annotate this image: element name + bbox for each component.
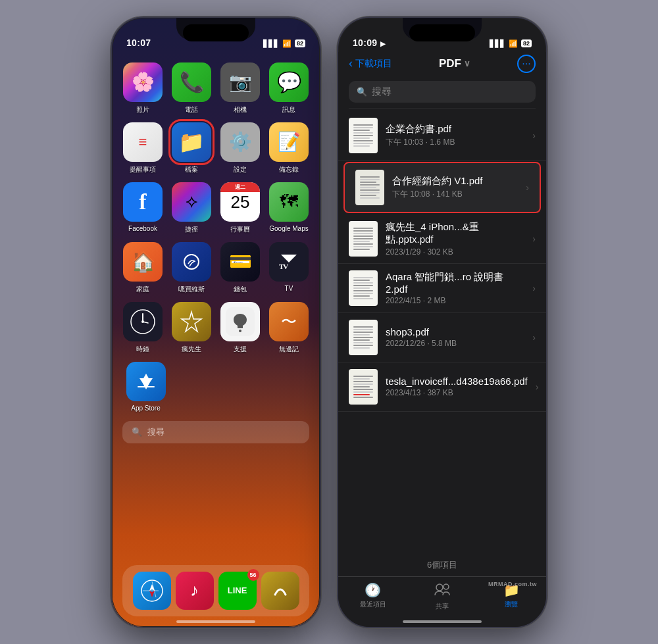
tab-shared[interactable]: 共享	[407, 582, 476, 611]
app-grid: 🌸 照片 📞 電話 📷 相機 💬 訊息 ≡ 提醒事項	[112, 52, 320, 354]
search-text: 搜尋	[372, 86, 392, 98]
file-item-0[interactable]: 企業合約書.pdf 下午 10:03 · 1.6 MB ›	[338, 111, 546, 161]
file-name-1: 合作經銷合約 V1.pdf	[392, 175, 518, 187]
dock-app-safari[interactable]	[133, 572, 171, 610]
app-icon-facebook[interactable]: f Facebook	[122, 182, 163, 234]
dock-app-music[interactable]: ♪	[176, 572, 214, 610]
status-time-2: 10:09 ▶	[353, 37, 386, 48]
nav-title-row: PDF ∨	[397, 57, 512, 70]
music-dock-icon: ♪	[176, 572, 214, 610]
file-info-5: tesla_invoiceff...d438e19a66.pdf 2023/4/…	[386, 376, 528, 397]
divider	[349, 108, 536, 109]
app-label-home: 家庭	[136, 285, 149, 294]
facebook-icon: f	[123, 182, 163, 222]
file-meta-1: 下午 10:08 · 141 KB	[392, 189, 518, 200]
search-placeholder: 搜尋	[147, 426, 164, 438]
app-icon-tv[interactable]: TV TV	[268, 242, 309, 294]
status-icons: ▋▋▋ 📶 82	[263, 39, 305, 48]
file-name-5: tesla_invoiceff...d438e19a66.pdf	[386, 376, 528, 387]
app-label-crazy: 瘋先生	[182, 345, 201, 354]
app-icon-clock[interactable]: 時鐘	[122, 302, 163, 354]
camera-icon: 📷	[220, 62, 260, 102]
app-icon-maps[interactable]: 🗺 Google Maps	[268, 182, 309, 234]
file-item-1[interactable]: 合作經銷合約 V1.pdf 下午 10:08 · 141 KB ›	[343, 162, 541, 213]
app-label-settings: 設定	[234, 165, 247, 174]
app-icon-wallet[interactable]: 💳 錢包	[220, 242, 261, 294]
file-list: 企業合約書.pdf 下午 10:03 · 1.6 MB ›	[338, 111, 546, 412]
calendar-weekday: 週二	[220, 182, 260, 192]
file-meta-5: 2023/4/13 · 387 KB	[386, 388, 528, 397]
svg-point-14	[436, 584, 443, 591]
app-icon-camera[interactable]: 📷 相機	[220, 62, 261, 114]
file-thumb-1	[355, 170, 384, 205]
app-icon-support[interactable]: 支援	[220, 302, 261, 354]
search-icon-2: 🔍	[357, 87, 367, 97]
dynamic-island	[183, 24, 249, 41]
dock-app-mazec[interactable]	[261, 572, 299, 610]
back-arrow-icon: ‹	[349, 57, 353, 70]
app-icon-photos[interactable]: 🌸 照片	[122, 62, 163, 114]
app-label-facebook: Facebook	[128, 225, 157, 232]
files-content: ‹ 下載項目 PDF ∨ ··· 🔍 搜尋	[338, 52, 546, 627]
file-item-5[interactable]: tesla_invoiceff...d438e19a66.pdf 2023/4/…	[338, 362, 546, 412]
svg-point-15	[443, 584, 449, 589]
svg-marker-13	[149, 591, 155, 597]
file-thumb-2	[349, 221, 378, 257]
appstore-icon	[126, 362, 166, 401]
file-name-2: 瘋先生_4 iPhon...&重點.pptx.pdf	[386, 221, 524, 246]
app-label-clock: 時鐘	[136, 345, 149, 354]
app-icon-crazy[interactable]: 瘋先生	[171, 302, 212, 354]
location-icon: ▶	[380, 40, 386, 47]
files-search[interactable]: 🔍 搜尋	[349, 81, 536, 103]
battery-badge: 82	[295, 39, 305, 47]
app-icon-appstore[interactable]: App Store	[122, 362, 169, 412]
calendar-day: 25	[231, 192, 250, 212]
clock-icon	[123, 302, 163, 341]
app-icon-phone[interactable]: 📞 電話	[171, 62, 212, 114]
chevron-right-icon-3: ›	[532, 283, 536, 293]
home-indicator	[176, 620, 255, 623]
svg-point-5	[141, 320, 144, 323]
app-icon-calendar[interactable]: 週二 25 行事曆	[220, 182, 261, 234]
app-icon-home[interactable]: 🏠 家庭	[122, 242, 163, 294]
app-label-shortcuts: 捷徑	[185, 225, 198, 234]
back-button[interactable]: ‹ 下載項目	[349, 57, 392, 70]
photos-icon: 🌸	[123, 62, 163, 102]
app-label-messages: 訊息	[282, 105, 295, 114]
app-icon-shazam[interactable]: 嗯買維斯	[171, 242, 212, 294]
svg-point-7	[239, 330, 241, 332]
dynamic-island-2	[409, 24, 475, 41]
app-label-nomad: 無邊記	[279, 345, 299, 354]
file-meta-0: 下午 10:03 · 1.6 MB	[386, 137, 524, 148]
app-icon-notes[interactable]: 📝 備忘錄	[268, 122, 309, 174]
app-icon-nomad[interactable]: 〜 無邊記	[268, 302, 309, 354]
back-label: 下載項目	[355, 58, 392, 70]
wifi-icon: 📶	[282, 39, 291, 48]
svg-marker-12	[149, 584, 155, 591]
chevron-down-icon: ∨	[464, 59, 470, 68]
file-item-3[interactable]: Aqara 智能門鎖...ro 說明書 2.pdf 2022/4/15 · 2 …	[338, 264, 546, 313]
status-icons-2: ▋▋▋ 📶 82	[490, 39, 532, 48]
tab-recent[interactable]: 🕐 最近項目	[338, 582, 407, 611]
more-button[interactable]: ···	[517, 55, 536, 73]
shortcuts-icon: ⟡	[172, 182, 211, 222]
nomad-icon: 〜	[269, 302, 309, 341]
app-label-reminders: 提醒事項	[130, 165, 156, 174]
dock-app-line[interactable]: LINE 56	[218, 572, 257, 610]
app-icon-settings[interactable]: ⚙️ 設定	[220, 122, 261, 174]
app-label-wallet: 錢包	[234, 285, 247, 294]
file-item-2[interactable]: 瘋先生_4 iPhon...&重點.pptx.pdf 2023/1/29 · 3…	[338, 214, 546, 264]
file-item-4[interactable]: shop3.pdf 2022/12/26 · 5.8 MB ›	[338, 313, 546, 362]
file-thumb-0	[349, 118, 378, 153]
dock: ♪ LINE 56	[122, 565, 309, 616]
home-icon: 🏠	[123, 242, 163, 282]
search-bar[interactable]: 🔍 搜尋	[122, 421, 309, 443]
app-label-notes: 備忘錄	[279, 165, 299, 174]
app-icon-shortcuts[interactable]: ⟡ 捷徑	[171, 182, 212, 234]
line-badge: 56	[247, 569, 259, 581]
line-dock-icon: LINE 56	[218, 572, 257, 610]
app-icon-reminders[interactable]: ≡ 提醒事項	[122, 122, 163, 174]
app-icon-messages[interactable]: 💬 訊息	[268, 62, 309, 114]
app-icon-files[interactable]: 📁 檔案	[171, 122, 212, 174]
tab-recent-label: 最近項目	[360, 600, 386, 609]
